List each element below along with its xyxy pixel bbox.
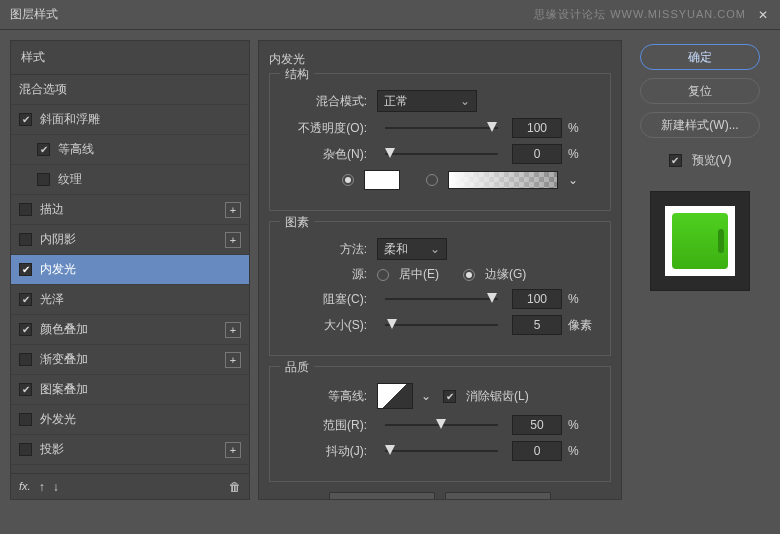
elements-group: 图素 方法: 柔和 源: 居中(E) 边缘(G) 阻塞(C): 100 % 大小… [269,221,611,356]
checkbox-icon[interactable] [37,143,50,156]
noise-input[interactable]: 0 [512,144,562,164]
preview-box [650,191,750,291]
style-inner-shadow[interactable]: 内阴影+ [11,225,249,255]
structure-group: 结构 混合模式: 正常 不透明度(O): 100 % 杂色(N): 0 % [269,73,611,211]
range-input[interactable]: 50 [512,415,562,435]
preview-thumbnail [672,213,728,269]
gradient-radio[interactable] [426,174,438,186]
style-color-overlay[interactable]: 颜色叠加+ [11,315,249,345]
color-swatch[interactable] [364,170,400,190]
jitter-slider[interactable] [385,442,498,460]
checkbox-icon[interactable] [37,173,50,186]
cancel-button[interactable]: 复位 [640,78,760,104]
plus-icon[interactable]: + [225,322,241,338]
checkbox-icon[interactable] [19,293,32,306]
checkbox-icon[interactable] [19,413,32,426]
opacity-slider[interactable] [385,119,498,137]
range-slider[interactable] [385,416,498,434]
style-outer-glow[interactable]: 外发光 [11,405,249,435]
style-bevel[interactable]: 斜面和浮雕 [11,105,249,135]
checkbox-icon[interactable] [19,323,32,336]
styles-sidebar: 样式 混合选项 斜面和浮雕 等高线 纹理 描边+ 内阴影+ 内发光 光泽 颜色叠… [10,40,250,500]
style-pattern-overlay[interactable]: 图案叠加 [11,375,249,405]
checkbox-icon[interactable] [19,353,32,366]
fx-icon[interactable]: fx. [19,480,31,494]
main: 样式 混合选项 斜面和浮雕 等高线 纹理 描边+ 内阴影+ 内发光 光泽 颜色叠… [0,30,780,510]
settings-panel: 内发光 结构 混合模式: 正常 不透明度(O): 100 % 杂色(N): 0 … [258,40,622,500]
style-gradient-overlay[interactable]: 渐变叠加+ [11,345,249,375]
arrow-down-icon[interactable]: ↓ [53,480,59,494]
make-default-button[interactable]: 设置为默认值 [329,492,435,500]
style-inner-glow[interactable]: 内发光 [11,255,249,285]
chevron-down-icon[interactable]: ⌄ [421,389,431,403]
checkbox-icon[interactable] [19,383,32,396]
opacity-input[interactable]: 100 [512,118,562,138]
arrow-up-icon[interactable]: ↑ [39,480,45,494]
sidebar-header: 样式 [11,41,249,75]
panel-title: 内发光 [269,51,611,68]
quality-group: 品质 等高线: ⌄ 消除锯齿(L) 范围(R): 50 % 抖动(J): 0 % [269,366,611,482]
reset-default-button[interactable]: 复位为默认值 [445,492,551,500]
style-stroke[interactable]: 描边+ [11,195,249,225]
size-slider[interactable] [385,316,498,334]
watermark: 思缘设计论坛 WWW.MISSYUAN.COM [534,7,746,22]
technique-select[interactable]: 柔和 [377,238,447,260]
preview-checkbox[interactable] [669,154,682,167]
checkbox-icon[interactable] [19,203,32,216]
titlebar: 图层样式 思缘设计论坛 WWW.MISSYUAN.COM ✕ [0,0,780,30]
plus-icon[interactable]: + [225,232,241,248]
action-panel: 确定 复位 新建样式(W)... 预览(V) [630,40,770,500]
window-title: 图层样式 [10,6,58,23]
source-center-radio[interactable] [377,269,389,281]
new-style-button[interactable]: 新建样式(W)... [640,112,760,138]
close-icon[interactable]: ✕ [756,8,770,22]
contour-picker[interactable] [377,383,413,409]
blend-mode-select[interactable]: 正常 [377,90,477,112]
checkbox-icon[interactable] [19,263,32,276]
style-list: 混合选项 斜面和浮雕 等高线 纹理 描边+ 内阴影+ 内发光 光泽 颜色叠加+ … [11,75,249,473]
blending-options[interactable]: 混合选项 [11,75,249,105]
size-input[interactable]: 5 [512,315,562,335]
checkbox-icon[interactable] [19,233,32,246]
style-satin[interactable]: 光泽 [11,285,249,315]
ok-button[interactable]: 确定 [640,44,760,70]
style-texture[interactable]: 纹理 [11,165,249,195]
choke-input[interactable]: 100 [512,289,562,309]
noise-slider[interactable] [385,145,498,163]
checkbox-icon[interactable] [19,113,32,126]
plus-icon[interactable]: + [225,352,241,368]
antialias-checkbox[interactable] [443,390,456,403]
gradient-swatch[interactable] [448,171,558,189]
jitter-input[interactable]: 0 [512,441,562,461]
style-drop-shadow[interactable]: 投影+ [11,435,249,465]
chevron-down-icon[interactable]: ⌄ [568,173,578,187]
sidebar-footer: fx. ↑ ↓ 🗑 [11,473,249,499]
trash-icon[interactable]: 🗑 [229,480,241,494]
checkbox-icon[interactable] [19,443,32,456]
choke-slider[interactable] [385,290,498,308]
plus-icon[interactable]: + [225,442,241,458]
source-edge-radio[interactable] [463,269,475,281]
plus-icon[interactable]: + [225,202,241,218]
style-contour[interactable]: 等高线 [11,135,249,165]
color-radio[interactable] [342,174,354,186]
